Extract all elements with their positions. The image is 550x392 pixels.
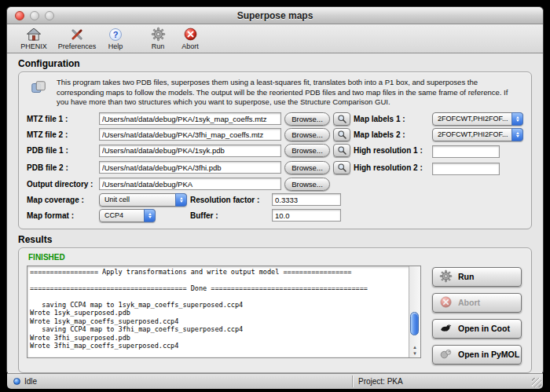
output-directory-browse-button[interactable]: Browse... xyxy=(284,178,330,191)
map-format-popup[interactable]: CCP4 xyxy=(99,209,156,222)
toolbar-help-label: Help xyxy=(108,42,123,50)
pdb-file-1-label: PDB file 1 : xyxy=(27,146,96,155)
console-text: ================= Apply transformations … xyxy=(30,268,407,356)
mtz-file-1-row: MTZ file 1 : Browse... Map labels 1 : 2F… xyxy=(27,112,523,126)
pdb-file-2-browse-button[interactable]: Browse... xyxy=(284,161,330,174)
mtz-file-1-input[interactable] xyxy=(99,112,281,125)
map-coverage-label: Map coverage : xyxy=(27,196,96,204)
console-scrollbar[interactable]: ▲ ▼ xyxy=(409,266,420,357)
popup-arrows-icon xyxy=(175,193,187,207)
abort-icon xyxy=(439,295,453,310)
project-label: Project: PKA xyxy=(358,377,403,386)
toolbar-phenix-button[interactable]: PHENIX xyxy=(13,25,54,50)
pdb-file-1-browse-button[interactable]: Browse... xyxy=(284,144,330,157)
configuration-panel: This program takes two PDB files, superp… xyxy=(18,71,532,229)
run-button[interactable]: Run xyxy=(432,267,522,287)
mtz-file-1-label: MTZ file 1 : xyxy=(27,115,96,123)
mtz-file-2-input[interactable] xyxy=(99,128,281,141)
description-row: This program takes two PDB files, superp… xyxy=(28,78,522,108)
mtz-file-2-inspect-button[interactable] xyxy=(333,128,350,141)
status-finished: FINISHED xyxy=(28,253,523,262)
magnifier-icon xyxy=(337,163,347,173)
scrollbar-thumb[interactable] xyxy=(410,312,419,335)
program-description: This program takes two PDB files, superp… xyxy=(57,78,522,108)
run-gear-icon xyxy=(151,26,166,42)
mtz-file-2-label: MTZ file 2 : xyxy=(27,130,96,139)
open-in-coot-label: Open in Coot xyxy=(458,324,510,333)
status-text: Idle xyxy=(24,377,37,386)
pdb-file-1-input[interactable] xyxy=(99,145,281,157)
titlebar[interactable]: Superpose maps xyxy=(7,7,543,24)
toolbar-help-button[interactable]: ? Help xyxy=(100,25,131,50)
superpose-icon xyxy=(28,78,49,108)
popup-arrows-icon xyxy=(144,209,156,222)
preferences-tools-icon xyxy=(69,26,85,42)
magnifier-icon xyxy=(337,114,347,124)
resolution-factor-input[interactable] xyxy=(272,193,341,206)
magnifier-icon xyxy=(337,130,347,140)
toolbar: PHENIX Preferences ? Help xyxy=(7,24,543,53)
map-labels-2-popup[interactable]: 2FOFCWT,PHI2FOF... xyxy=(432,128,523,141)
superpose-maps-window: Superpose maps PHENIX Preferences xyxy=(6,6,544,375)
toolbar-phenix-label: PHENIX xyxy=(20,42,47,50)
buffer-input[interactable] xyxy=(272,209,341,222)
resolution-factor-label: Resolution factor : xyxy=(190,196,269,204)
pdb-file-2-inspect-button[interactable] xyxy=(333,161,350,174)
window-controls xyxy=(15,11,54,20)
abort-button-label: Abort xyxy=(458,298,480,307)
pdb-file-2-input[interactable] xyxy=(99,161,281,174)
configuration-heading: Configuration xyxy=(18,58,543,69)
map-coverage-row: Map coverage : Unit cell Resolution fact… xyxy=(27,193,523,207)
output-directory-label: Output directory : xyxy=(27,180,96,189)
statusbar-divider xyxy=(352,376,353,387)
pdb-file-2-row: PDB file 2 : Browse... High resolution 2… xyxy=(27,160,523,175)
magnifier-icon xyxy=(337,145,347,156)
results-heading: Results xyxy=(18,234,543,245)
scroll-up-icon[interactable]: ▲ xyxy=(412,345,417,350)
toolbar-preferences-button[interactable]: Preferences xyxy=(54,25,100,50)
toolbar-abort-button[interactable]: Abort xyxy=(174,25,207,50)
high-resolution-2-label: High resolution 2 : xyxy=(354,163,429,172)
scrollbar-arrows[interactable]: ▲ ▼ xyxy=(409,345,420,357)
popup-arrows-icon xyxy=(512,128,523,141)
run-gear-icon xyxy=(439,269,453,284)
mtz-file-2-browse-button[interactable]: Browse... xyxy=(284,128,330,141)
open-in-pymol-label: Open in PyMOL xyxy=(458,350,519,359)
popup-arrows-icon xyxy=(512,112,523,126)
status-bar: Idle Project: PKA xyxy=(7,373,543,389)
run-button-label: Run xyxy=(458,272,474,281)
mtz-file-1-browse-button[interactable]: Browse... xyxy=(284,112,330,126)
mtz-file-1-inspect-button[interactable] xyxy=(333,112,350,126)
abort-button: Abort xyxy=(432,293,522,313)
pdb-file-2-label: PDB file 2 : xyxy=(27,163,96,172)
map-coverage-popup[interactable]: Unit cell xyxy=(99,193,187,207)
results-panel: FINISHED ================= Apply transfo… xyxy=(18,247,532,373)
map-labels-1-label: Map labels 1 : xyxy=(354,115,429,123)
high-resolution-1-input[interactable] xyxy=(432,145,500,158)
action-buttons: Run Abort xyxy=(432,266,522,365)
pymol-icon xyxy=(439,347,453,362)
output-directory-row: Output directory : Browse... xyxy=(27,178,523,191)
help-icon: ? xyxy=(109,26,122,42)
console-output[interactable]: ================= Apply transformations … xyxy=(27,266,421,358)
toolbar-run-button[interactable]: Run xyxy=(142,25,174,50)
resize-grip[interactable] xyxy=(532,378,541,387)
map-format-label: Map format : xyxy=(27,211,96,220)
map-labels-1-popup[interactable]: 2FOFCWT,PHI2FOF... xyxy=(432,112,523,126)
open-in-coot-button[interactable]: Open in Coot xyxy=(432,319,522,339)
close-button-icon[interactable] xyxy=(15,11,24,20)
zoom-button-icon xyxy=(45,11,54,20)
high-resolution-2-input[interactable] xyxy=(432,163,500,175)
toolbar-run-label: Run xyxy=(152,42,165,50)
buffer-label: Buffer : xyxy=(190,211,269,220)
open-in-pymol-button[interactable]: Open in PyMOL xyxy=(432,345,522,365)
toolbar-abort-label: Abort xyxy=(182,42,199,50)
output-directory-input[interactable] xyxy=(99,178,281,190)
high-resolution-1-label: High resolution 1 : xyxy=(354,146,429,155)
status-led-icon xyxy=(13,378,20,385)
map-format-row: Map format : CCP4 Buffer : xyxy=(27,209,523,222)
pdb-file-1-inspect-button[interactable] xyxy=(333,144,350,157)
scroll-down-icon[interactable]: ▼ xyxy=(412,351,417,357)
toolbar-preferences-label: Preferences xyxy=(58,42,97,50)
mtz-file-2-row: MTZ file 2 : Browse... Map labels 2 : 2F… xyxy=(27,128,523,141)
